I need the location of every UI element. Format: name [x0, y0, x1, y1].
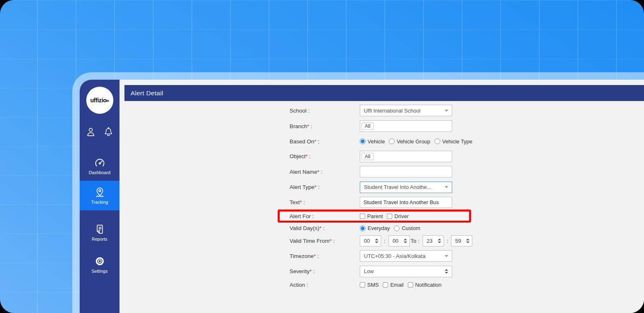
radio-vehicle-type[interactable]: Vehicle Type: [435, 138, 472, 145]
bell-icon[interactable]: [103, 127, 114, 137]
branch-label: Branch* :: [290, 123, 360, 129]
form-row-alert-type: Alert Type* : Student Travel Into Anothe…: [278, 180, 602, 195]
form-row-branch: Branch* : All: [278, 118, 602, 134]
form-row-action: Action : SMS Email Notification: [278, 279, 602, 290]
to-hour-stepper[interactable]: 23: [423, 235, 444, 246]
radio-icon: [389, 138, 395, 144]
form-row-valid-time: Valid Time From* : 00 : 00 To :: [278, 234, 602, 248]
chevron-down-icon: [445, 255, 448, 257]
text-input[interactable]: [360, 197, 452, 208]
radio-vehicle-group[interactable]: Vehicle Group: [389, 138, 430, 145]
sidebar-item-label: Dashboard: [89, 170, 110, 175]
spinner-icon[interactable]: [438, 239, 441, 243]
sidebar-item-settings[interactable]: Settings: [80, 250, 120, 279]
settings-gear-icon: [94, 255, 106, 267]
sidebar: uffizio»: [80, 80, 120, 313]
to-label: To :: [411, 238, 419, 244]
logo-arrow-icon: »: [106, 97, 109, 104]
page-title: Alert Detail: [131, 90, 163, 97]
valid-time-label: Valid Time From* :: [290, 238, 360, 244]
spinner-icon: [445, 269, 448, 274]
severity-select[interactable]: Low: [360, 266, 452, 277]
sidebar-item-label: Reports: [92, 237, 107, 242]
object-label: Object* :: [290, 153, 360, 159]
spinner-icon[interactable]: [404, 239, 407, 243]
sidebar-item-reports[interactable]: Reports: [80, 218, 120, 247]
valid-days-label: Valid Day(s)* :: [290, 225, 360, 231]
alert-type-label: Alert Type* :: [290, 184, 360, 190]
page-header: Alert Detail: [124, 85, 644, 101]
dashboard-gauge-icon: [94, 157, 106, 168]
alert-name-label: Alert Name* :: [290, 169, 360, 175]
form-row-timezone: Timezone* : UTC+05:30 - Asia/Kolkata: [278, 248, 602, 264]
timezone-label: Timezone* :: [290, 253, 360, 259]
checkbox-email[interactable]: Email: [383, 282, 404, 288]
alert-type-select-value: Student Travel Into Anothe...: [364, 184, 431, 190]
checkbox-parent[interactable]: Parent: [360, 213, 383, 219]
time-colon: :: [384, 238, 386, 244]
radio-icon: [435, 138, 440, 144]
action-label: Action :: [290, 282, 360, 288]
checkbox-driver[interactable]: Driver: [387, 213, 409, 219]
form-row-school: School : Uffi International School: [278, 103, 602, 118]
sidebar-item-label: Settings: [92, 269, 108, 274]
form-row-alert-name: Alert Name* :: [278, 164, 602, 180]
severity-select-value: Low: [364, 268, 374, 274]
chevron-down-icon: [445, 186, 448, 188]
spinner-icon[interactable]: [466, 239, 469, 243]
user-icon[interactable]: [85, 127, 96, 137]
text-label: Text* :: [290, 199, 360, 205]
checkbox-notification[interactable]: Notification: [408, 282, 442, 288]
from-hour-stepper[interactable]: 00: [360, 235, 381, 246]
time-colon: :: [447, 238, 448, 244]
form-row-based-on: Based On* : Vehicle Vehicle Group Vehicl…: [278, 134, 602, 149]
object-multiselect[interactable]: All: [360, 151, 452, 162]
radio-selected-icon: [360, 138, 366, 144]
alert-detail-form: School : Uffi International School Branc…: [278, 103, 602, 290]
branch-chip-all[interactable]: All: [361, 122, 374, 130]
spinner-icon[interactable]: [375, 239, 378, 243]
chevron-down-icon: [445, 110, 448, 112]
reports-document-icon: [94, 223, 106, 235]
screenshot-canvas: uffizio»: [0, 0, 644, 313]
main-content: Alert Detail School : Uffi International…: [120, 80, 644, 313]
logo-text: uffizio: [90, 97, 107, 104]
sidebar-nav: Dashboard Tracking: [80, 151, 120, 279]
form-row-alert-for-highlighted: Alert For : Parent Driver: [278, 209, 471, 223]
radio-icon: [394, 226, 400, 231]
form-row-severity: Severity* : Low: [278, 264, 602, 279]
tracking-pin-icon: [94, 186, 106, 198]
radio-selected-icon: [360, 226, 366, 231]
form-row-object: Object* : All: [278, 149, 602, 164]
checkbox-icon: [383, 282, 388, 288]
based-on-label: Based On* :: [290, 138, 360, 145]
uffizio-logo[interactable]: uffizio»: [86, 87, 113, 114]
severity-label: Severity* :: [290, 268, 360, 274]
checkbox-icon: [360, 282, 365, 288]
app-window: uffizio»: [72, 72, 644, 313]
school-select[interactable]: Uffi International School: [360, 105, 452, 116]
alert-type-select[interactable]: Student Travel Into Anothe...: [360, 182, 452, 193]
to-minute-stepper[interactable]: 59: [451, 235, 472, 246]
alert-name-input[interactable]: [360, 166, 452, 177]
checkbox-icon: [408, 282, 413, 288]
sidebar-item-dashboard[interactable]: Dashboard: [80, 151, 120, 181]
object-chip-all[interactable]: All: [361, 153, 374, 160]
sidebar-item-tracking[interactable]: Tracking: [80, 181, 120, 210]
radio-everyday[interactable]: Everyday: [360, 225, 390, 231]
alert-for-label: Alert For :: [290, 213, 360, 219]
checkbox-sms[interactable]: SMS: [360, 282, 379, 288]
form-row-valid-days: Valid Day(s)* : Everyday Custom: [278, 223, 602, 234]
radio-vehicle[interactable]: Vehicle: [360, 138, 385, 145]
form-row-text: Text* :: [278, 195, 602, 209]
branch-multiselect[interactable]: All: [360, 120, 452, 132]
timezone-select[interactable]: UTC+05:30 - Asia/Kolkata: [360, 250, 452, 262]
timezone-select-value: UTC+05:30 - Asia/Kolkata: [364, 253, 426, 259]
checkbox-icon: [387, 214, 392, 219]
sidebar-item-label: Tracking: [91, 200, 108, 205]
radio-custom[interactable]: Custom: [394, 225, 420, 231]
from-minute-stepper[interactable]: 00: [389, 235, 410, 246]
school-label: School :: [290, 108, 360, 114]
school-select-value: Uffi International School: [364, 108, 421, 114]
checkbox-icon: [360, 214, 365, 219]
